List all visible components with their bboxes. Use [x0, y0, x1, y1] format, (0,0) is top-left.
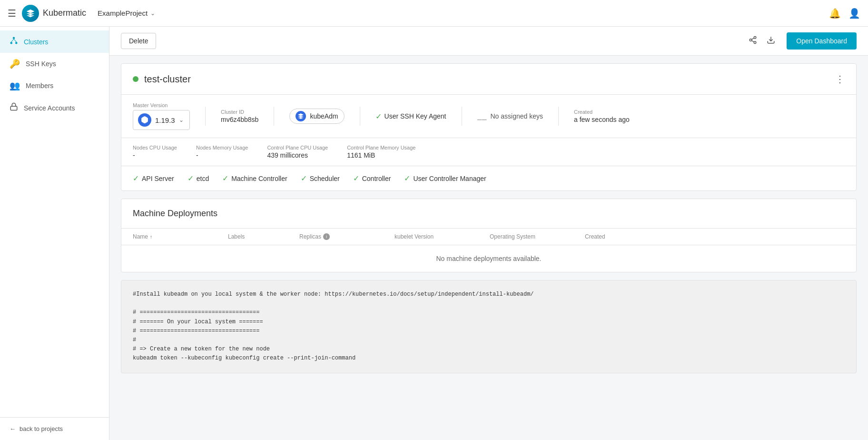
- sort-name-icon[interactable]: ↑: [150, 234, 152, 240]
- th-replicas: Replicas i: [299, 233, 395, 240]
- status-machine-controller: ✓ Machine Controller: [222, 174, 287, 183]
- topnav: ☰ Kubermatic ExampleProject ⌄ 🔔 👤: [0, 0, 868, 27]
- sidebar-item-ssh-keys[interactable]: 🔑 SSH Keys: [0, 53, 109, 75]
- th-created-label: Created: [585, 233, 605, 240]
- sidebar-clusters-label: Clusters: [24, 38, 48, 46]
- service-accounts-icon: [10, 102, 18, 113]
- created-group: Created a few seconds ago: [574, 109, 630, 123]
- svg-point-1: [10, 42, 13, 44]
- ssh-key-agent-label: User SSH Key Agent: [385, 112, 446, 120]
- metric-cp-mem-value: 1161 MiB: [347, 151, 415, 159]
- sidebar-bottom: ← back to projects: [0, 417, 109, 440]
- th-kubelet-label: kubelet Version: [395, 233, 434, 240]
- no-keys-label: No assigned keys: [491, 112, 543, 120]
- metric-nodes-cpu-value: -: [133, 151, 177, 159]
- main-layout: Clusters 🔑 SSH Keys 👥 Members Service Ac…: [0, 27, 868, 440]
- main-content: Delete Open Dashboard test-cluster ⋮: [109, 27, 868, 440]
- created-value: a few seconds ago: [574, 116, 630, 123]
- th-replicas-label: Replicas: [299, 233, 321, 240]
- open-dashboard-button[interactable]: Open Dashboard: [787, 32, 857, 50]
- kubeadm-label: kubeAdm: [310, 112, 338, 120]
- kubernetes-icon: [138, 113, 151, 127]
- download-icon[interactable]: [767, 36, 775, 47]
- svg-line-9: [752, 40, 754, 42]
- deployments-card: Machine Deployments Name ↑ Labels Replic…: [121, 199, 857, 272]
- status-scheduler: ✓ Scheduler: [301, 174, 340, 183]
- deployments-header: Machine Deployments: [121, 199, 856, 229]
- version-selector: Master Version 1.19.3 ⌄: [133, 102, 190, 130]
- members-icon: 👥: [10, 80, 20, 91]
- divider-1: [205, 107, 206, 126]
- cluster-id-group: Cluster ID mv6z4bb8sb: [221, 109, 258, 123]
- metric-nodes-mem-value: -: [196, 151, 248, 159]
- svg-point-2: [15, 42, 18, 44]
- deployments-table: Name ↑ Labels Replicas i kubelet Version: [121, 229, 856, 272]
- sidebar-members-label: Members: [26, 82, 53, 90]
- check-icon-ucm: ✓: [404, 174, 410, 183]
- logo-text: Kubermatic: [43, 8, 86, 18]
- th-labels: Labels: [228, 233, 299, 240]
- svg-point-6: [754, 36, 757, 39]
- delete-button[interactable]: Delete: [121, 33, 156, 49]
- th-os-label: Operating System: [490, 233, 535, 240]
- replicas-info-icon[interactable]: i: [323, 233, 330, 240]
- svg-line-3: [11, 39, 14, 42]
- status-mc-label: Machine Controller: [231, 175, 287, 182]
- user-icon[interactable]: 👤: [848, 8, 860, 19]
- logo: Kubermatic: [22, 5, 86, 22]
- svg-point-7: [750, 39, 752, 41]
- metric-cp-mem: Control Plane Memory Usage 1161 MiB: [347, 145, 415, 159]
- no-keys-item: ⎯⎯ No assigned keys: [477, 112, 543, 120]
- cluster-id-label: Cluster ID: [221, 109, 258, 115]
- version-label: Master Version: [133, 102, 190, 108]
- svg-line-4: [14, 39, 16, 42]
- deployments-title: Machine Deployments: [133, 209, 217, 218]
- version-box[interactable]: 1.19.3 ⌄: [133, 110, 190, 130]
- sidebar-service-accounts-label: Service Accounts: [24, 104, 75, 112]
- th-labels-label: Labels: [228, 233, 245, 240]
- check-icon-etcd: ✓: [187, 174, 194, 183]
- ssh-key-agent-item: ✓ User SSH Key Agent: [375, 112, 446, 121]
- divider-5: [558, 107, 559, 126]
- cluster-info-row: Master Version 1.19.3 ⌄ Cluster ID mv6z4…: [121, 95, 856, 138]
- sidebar-item-members[interactable]: 👥 Members: [0, 75, 109, 97]
- metric-nodes-cpu: Nodes CPU Usage -: [133, 145, 177, 159]
- divider-4: [462, 107, 462, 126]
- project-name: ExampleProject: [98, 9, 148, 17]
- notification-icon[interactable]: 🔔: [829, 8, 841, 19]
- clusters-icon: [10, 36, 18, 47]
- check-icon-scheduler: ✓: [301, 174, 307, 183]
- check-icon-controller: ✓: [353, 174, 359, 183]
- metrics-row: Nodes CPU Usage - Nodes Memory Usage - C…: [121, 138, 856, 166]
- sidebar-item-service-accounts[interactable]: Service Accounts: [0, 97, 109, 119]
- th-kubelet: kubelet Version: [395, 233, 490, 240]
- status-scheduler-label: Scheduler: [310, 175, 340, 182]
- project-selector[interactable]: ExampleProject ⌄: [98, 9, 155, 17]
- metric-nodes-cpu-label: Nodes CPU Usage: [133, 145, 177, 150]
- status-user-controller-manager: ✓ User Controller Manager: [404, 174, 486, 183]
- divider-3: [360, 107, 360, 126]
- check-icon-api: ✓: [133, 174, 139, 183]
- th-os: Operating System: [490, 233, 585, 240]
- cluster-id-value: mv6z4bb8sb: [221, 116, 258, 123]
- back-to-projects-link[interactable]: ← back to projects: [10, 425, 99, 432]
- created-label: Created: [574, 109, 630, 115]
- back-arrow-icon: ←: [10, 425, 16, 432]
- menu-icon[interactable]: ☰: [8, 8, 16, 19]
- kubermatic-logo-svg: [26, 9, 35, 18]
- code-content: #Install kubeadm on you local system & t…: [133, 290, 845, 363]
- code-block: #Install kubeadm on you local system & t…: [121, 280, 857, 373]
- sidebar-item-clusters[interactable]: Clusters: [0, 30, 109, 53]
- version-chevron-icon: ⌄: [179, 117, 184, 123]
- metric-cp-cpu-value: 439 millicores: [267, 151, 328, 159]
- share-icon[interactable]: [749, 36, 757, 47]
- kubeadm-badge: kubeAdm: [289, 109, 344, 124]
- th-name: Name ↑: [133, 233, 228, 240]
- cluster-card: test-cluster ⋮ Master Version 1.19.3 ⌄: [121, 63, 857, 191]
- cluster-more-menu[interactable]: ⋮: [835, 73, 845, 85]
- version-number: 1.19.3: [155, 116, 175, 124]
- check-icon-mc: ✓: [222, 174, 228, 183]
- status-etcd-label: etcd: [197, 175, 209, 182]
- metric-cp-cpu-label: Control Plane CPU Usage: [267, 145, 328, 150]
- no-deployments-message: No machine deployments available.: [121, 245, 856, 272]
